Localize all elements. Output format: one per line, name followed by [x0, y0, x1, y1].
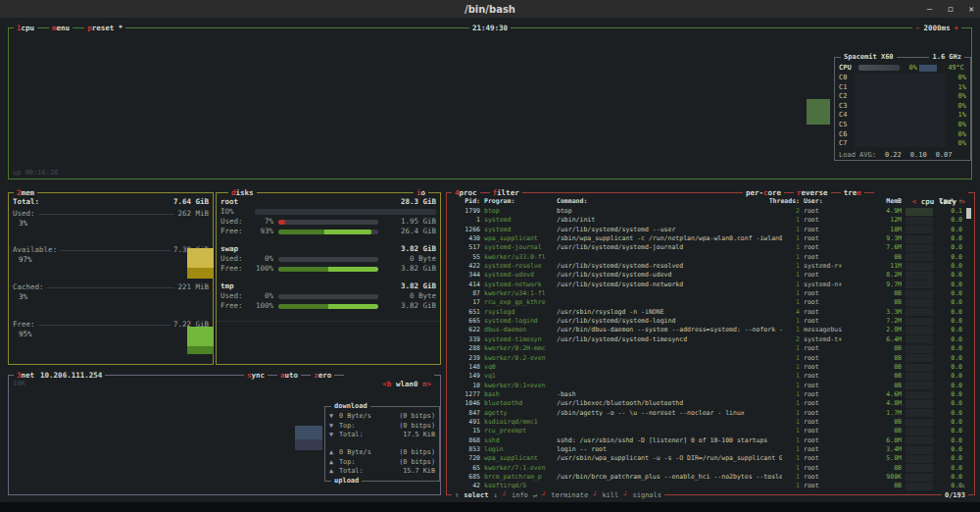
process-row[interactable]: 665systemd-logind/usr/lib/systemd/system… [447, 317, 968, 326]
net-sync-button[interactable]: sync [244, 371, 268, 397]
download-label: download [331, 402, 370, 411]
process-row[interactable]: 10kworker/0:1+even1root0B0.0 [447, 382, 968, 390]
command-cell: /sbin/agetty -o -- \u --noreset --noclea… [557, 409, 782, 418]
sort-direction-icon: ↑ [958, 197, 962, 205]
mem-total-value: 7.64 GiB [173, 197, 209, 206]
process-row[interactable]: 430wpa_supplicant/sbin/wpa_supplicant -c… [447, 234, 968, 243]
process-row[interactable]: 1266systemd/usr/lib/systemd/systemd --us… [447, 226, 968, 234]
mem-graph-cell [906, 446, 933, 454]
process-row[interactable]: 42ksoftirqd/51root0B0.0 [447, 482, 968, 490]
process-row[interactable]: 344systemd-udevd/usr/lib/systemd/systemd… [447, 271, 968, 280]
disk-name: tmp [220, 282, 234, 291]
mem-cell: 4.9M [858, 207, 902, 216]
tab-net[interactable]: 3net [17, 371, 34, 380]
interval-decrease-button[interactable]: - [915, 24, 920, 32]
header-program[interactable]: Program: [484, 197, 553, 206]
tab-proc[interactable]: 4proc [452, 188, 480, 197]
process-row[interactable]: 685brcm_patchram_p/usr/bin/brcm_patchram… [447, 473, 968, 482]
mem-cell: 11M [858, 262, 902, 271]
process-row[interactable]: 148vq01root0B0.0 [447, 363, 968, 372]
footer-kill-button[interactable]: kill [602, 491, 618, 499]
process-row[interactable]: 15rcu_preempt1root0B0.0 [447, 427, 968, 435]
select-up-icon[interactable]: ↑ [455, 491, 459, 499]
filter-button[interactable]: filter [490, 188, 522, 197]
window-minimize-button[interactable]: – [927, 4, 932, 14]
menu-button[interactable]: menu [49, 24, 73, 32]
header-threads[interactable]: Threads: [769, 197, 800, 206]
mem-cell: 0B [858, 363, 902, 372]
threads-cell: 1 [786, 271, 800, 280]
process-row[interactable]: 239kworker/0:2-even1root0B0.0 [447, 354, 968, 363]
select-down-icon[interactable]: ↓ [494, 491, 498, 499]
disk-used-label: Used: [220, 254, 250, 264]
disk-free-row: Free:100%3.82 GiB [220, 301, 436, 311]
preset-button[interactable]: preset * [84, 24, 125, 32]
footer-key-bracket: ┘ [623, 491, 627, 499]
upload-stat-row: ▲Top:(0 bitps) [329, 458, 435, 468]
footer-info-button[interactable]: info [512, 491, 528, 499]
user-cell: root [804, 253, 855, 262]
header-memb[interactable]: MemB [886, 197, 902, 206]
mem-graph-cell [906, 327, 933, 334]
iface-name: wlan0 [396, 380, 418, 388]
load-5min: 0.10 [910, 151, 927, 159]
tab-cpu[interactable]: 1cpu [14, 24, 37, 32]
process-row[interactable]: 87kworker/u34:1-fl1root0B0.0 [447, 289, 968, 298]
header-cpu[interactable]: Cpu% ↑ [940, 197, 963, 206]
tab-mem[interactable]: 2mem [14, 188, 37, 197]
header-command[interactable]: Command: [557, 197, 782, 206]
process-row[interactable]: 622dbus-daemon/usr/bin/dbus-daemon --sys… [447, 326, 968, 334]
process-row[interactable]: 868sshdsshd: /usr/sbin/sshd -D [listener… [447, 436, 968, 445]
footer-signals-button[interactable]: signals [632, 491, 662, 499]
net-auto-button[interactable]: auto [277, 371, 301, 397]
header-user[interactable]: User: [804, 197, 855, 206]
process-row[interactable]: 339systemd-timesyn/usr/lib/systemd/syste… [447, 335, 968, 344]
process-row[interactable]: 149vq11root0B0.0 [447, 372, 968, 381]
process-row[interactable]: 1799btopbtop2root4.9M0.1 [447, 207, 968, 216]
process-row[interactable]: 17rcu_exp_gp_kthre1root0B0.0 [447, 298, 968, 307]
core-label: C2 [839, 92, 847, 101]
net-zero-button[interactable]: zero [311, 371, 334, 397]
mem-cell: 2.8M [858, 326, 902, 334]
program-cell: rsyslogd [484, 308, 553, 317]
net-interface-switcher[interactable]: <b wlan0 n> [344, 371, 434, 397]
process-row[interactable]: 422systemd-resolve/usr/lib/systemd/syste… [447, 262, 968, 271]
iface-next-icon[interactable]: n> [422, 380, 431, 388]
threads-cell: 1 [786, 234, 800, 243]
mem-graph-cell [906, 217, 933, 225]
process-row[interactable]: 720wpa_supplicant/usr/sbin/wpa_supplican… [447, 454, 968, 463]
cpu-cell: 0.0 [937, 399, 962, 408]
command-cell: /usr/lib/systemd/systemd-timesyncd [557, 335, 782, 344]
process-row[interactable]: 55kworker/u33:0-fl1root0B0.0 [447, 253, 968, 262]
process-row[interactable]: 853loginlogin -- root1root3.4M0.0 [447, 445, 968, 454]
disk-used-value: 1.95 GiB [383, 217, 436, 227]
process-row[interactable]: 414systemd-network/usr/lib/systemd/syste… [447, 281, 968, 289]
disk-free-row: Free:100%3.82 GiB [220, 264, 436, 274]
cpu-cell: 0.0 [937, 372, 962, 381]
process-row[interactable]: 65kworker/7:1-even1root0B0.0 [447, 464, 968, 473]
mem-cell: 0B [858, 372, 902, 381]
scroll-down-icon[interactable]: ↓ [961, 482, 965, 489]
io-toggle-button[interactable]: io [414, 188, 428, 197]
process-row[interactable]: 1systemd/sbin/init1root12M0.0 [447, 216, 968, 225]
iface-prev-icon[interactable]: <b [382, 380, 391, 388]
window-close-button[interactable]: ✕ [969, 4, 974, 14]
process-row[interactable]: 288kworker/0:2H-mmc1root0B0.0 [447, 344, 968, 353]
header-pid[interactable]: Pid: [465, 197, 480, 206]
core-percent: 1% [958, 111, 966, 120]
net-stat-label: Top: [339, 458, 399, 468]
process-row[interactable]: 1277bash-bash1root4.6M0.0 [447, 390, 968, 399]
process-row[interactable]: 517systemd-journal/usr/lib/systemd/syste… [447, 243, 968, 252]
cpu-cell: 0.0 [937, 317, 962, 326]
window-maximize-button[interactable]: ◻ [948, 4, 953, 14]
process-row[interactable]: 1046bluetoothd/usr/libexec/bluetooth/blu… [447, 399, 968, 408]
process-row[interactable]: 651rsyslogd/usr/sbin/rsyslogd -n -iNONE4… [447, 308, 968, 317]
cpu-cell: 0.0 [937, 298, 962, 307]
disk-used-value: 0 Byte [383, 291, 436, 301]
process-scrollbar[interactable] [966, 208, 971, 219]
threads-cell: 1 [786, 363, 800, 372]
footer-terminate-button[interactable]: terminate [551, 491, 588, 499]
process-row[interactable]: 847agetty/sbin/agetty -o -- \u --noreset… [447, 409, 968, 418]
process-row[interactable]: 491ksdioirqd/mmc11root0B0.0 [447, 418, 968, 427]
interval-increase-button[interactable]: + [954, 24, 958, 32]
